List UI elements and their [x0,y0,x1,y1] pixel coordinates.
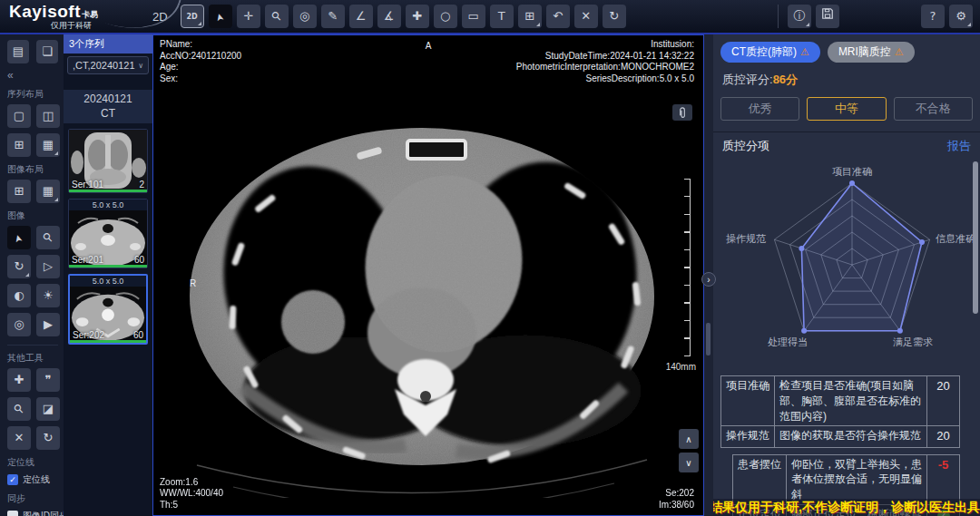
layout-1x2-button[interactable]: ◫ [36,104,60,128]
undo-button[interactable]: ↶ [546,5,570,28]
photometric-interpretation: PhotometricInterpretation:MONOCHROME2 [516,62,694,73]
app-window: Kayisoft卡易 仅用于科研 2D 2D ➤ ✛ ⚲ ◎ ✎ ∠ ∡ ✚ ○… [0,0,980,516]
series-thumbnail-201[interactable]: 5.0 x 5.0 Ser:20160 [68,199,148,268]
pan-tool-button[interactable]: ✛ [237,5,260,28]
divider-scrollbar-thumb[interactable] [706,323,710,355]
tab-mri-brain-qc[interactable]: MRI脑质控 ⚠ [828,42,915,63]
image-pointer-icon: ➤ [6,231,32,246]
layout-2d-button[interactable]: 2D [181,5,204,28]
layout-1x1-button[interactable]: ▢ [7,104,31,128]
spiral-button[interactable]: ◎ [7,313,31,336]
logo-subtitle: 仅用于科研 [51,20,152,32]
help-button[interactable]: ? [921,5,945,28]
series-thumbnail-101[interactable]: Ser:1012 [68,129,148,193]
left-sidebar: ▤ ❏ « 序列布局 ▢ ◫ ⊞ ▦ 图像布局 ⊞ ▦ 图像 ➤ ⚲ ↻ ▷ [0,34,64,516]
sync-image-id-checkbox[interactable]: ✓ 图像ID同步 [7,510,58,516]
scout-lines-button[interactable]: ▷ [36,255,60,278]
institution: Institusion: [516,39,694,51]
qc-item-name: 项目准确 [721,376,775,426]
zoom-level: Zoom:1.6 [160,477,223,489]
main-area: ▤ ❏ « 序列布局 ▢ ◫ ⊞ ▦ 图像布局 ⊞ ▦ 图像 ➤ ⚲ ↻ ▷ [0,34,980,516]
eraser-button[interactable]: ◪ [36,397,60,421]
remove-icon: ✕ [15,431,24,444]
tab-ct-lung-qc[interactable]: CT质控(肺部) ⚠ [720,42,820,63]
reset-button[interactable]: ↻ [603,5,626,28]
grade-fail-button[interactable]: 不合格 [894,97,973,121]
info-button[interactable]: ⓘ [788,5,811,28]
qc-subsection-header: 质控分项 报告 [713,131,980,154]
attachment-button[interactable] [672,104,692,121]
zoom-tool-button[interactable]: ⚲ [265,5,289,28]
pencil-tool-button[interactable]: ✎ [321,5,345,28]
cobb-angle-tool-button[interactable]: ∡ [377,5,401,28]
render-info-overlay: Zoom:1.6 WW/WL:400/40 Th:5 [160,477,223,511]
brightness-icon: ☀ [43,288,54,302]
image-magnifier-button[interactable]: ⚲ [36,226,60,249]
save-button[interactable] [816,5,839,28]
slice-thickness: Th:5 [160,500,223,511]
reset-tools-button[interactable]: ↻ [36,426,60,450]
expand-panel-button[interactable]: › [701,272,716,287]
text-tool-button[interactable]: T [490,5,514,28]
series-number: Ser:202 [73,330,104,340]
gear-icon: ⚙ [956,9,966,23]
image-viewport[interactable]: PName: AccNO:2401210200 Age: Sex: A R In… [152,34,704,516]
delete-annotation-button[interactable]: ✕ [574,5,598,28]
radar-label-proper-handling: 处理得当 [768,336,808,349]
window-level-button[interactable]: ⊞ [518,5,542,28]
qc-scrollbar-thumb[interactable] [973,161,978,314]
target-icon: ◎ [299,9,309,23]
scroll-up-button[interactable]: ∧ [679,429,699,449]
crosshair-tool-button[interactable]: ✚ [406,5,429,28]
add-crosshair-button[interactable]: ✚ [7,368,31,392]
save-disk-icon [821,7,834,20]
play-icon: ▶ [44,317,53,331]
radar-svg [720,156,980,372]
rectangle-tool-button[interactable]: ▭ [462,5,485,28]
image-pointer-button[interactable]: ➤ [7,226,31,249]
comment-button[interactable]: ❞ [36,368,60,392]
orientation-right: R [190,278,196,290]
radar-label-item-accuracy: 项目准确 [720,165,980,179]
grade-medium-button[interactable]: 中等 [807,97,886,121]
scroll-down-button[interactable]: ∨ [679,453,699,472]
pointer-tool-button[interactable]: ➤ [209,5,232,28]
collapse-sidebar-button[interactable]: « [7,69,58,82]
rotate-page-icon: ↻ [15,259,24,273]
layout-2x2-button[interactable]: ⊞ [7,133,31,157]
series-number: Ser:101 [72,180,103,190]
cobb-angle-icon: ∡ [384,9,395,23]
series-thumbnail-202[interactable]: 5.0 x 5.0 Ser:20260 [68,274,148,345]
chevron-down-icon: ∨ [138,62,143,70]
ellipse-tool-button[interactable]: ○ [434,5,457,28]
report-link[interactable]: 报告 [947,138,971,154]
angle-tool-button[interactable]: ∠ [349,5,373,28]
qc-score-value: 86分 [773,73,798,86]
image-layout-2x2-button[interactable]: ⊞ [7,180,31,203]
contrast-icon: ◐ [14,288,24,302]
image-rotate-button[interactable]: ↻ [7,255,31,278]
study-list-button[interactable]: ▤ [7,40,29,63]
tab-label: CT质控(肺部) [731,44,797,60]
radar-label-info-accuracy: 信息准确 [936,232,975,246]
invert-contrast-button[interactable]: ◐ [7,284,31,307]
brightness-button[interactable]: ☀ [36,284,60,307]
reset-icon: ↻ [609,9,619,23]
copy-report-button[interactable]: ❏ [36,40,58,63]
remove-button[interactable]: ✕ [7,426,31,450]
table-row: 患者摆位 仰卧位，双臂上举抱头，患者体位摆放合适，无明显偏斜 -5 [733,454,960,504]
ai-search-button[interactable]: ⚲ [7,397,31,421]
locator-line-checkbox[interactable]: ✓ 定位线 [7,473,58,486]
cine-play-button[interactable]: ▶ [36,313,60,336]
logo: Kayisoft卡易 仅用于科研 [0,0,152,33]
settings-button[interactable]: ⚙ [949,5,973,28]
study-dropdown-value: ,CT,20240121 [73,60,135,71]
qc-item-desc: 检查项目是否准确(项目如脑部、胸部、腹部是否在标准的范围内容) [775,376,927,426]
study-dropdown[interactable]: ,CT,20240121 ∨ [67,56,149,74]
layout-3x3-button[interactable]: ▦ [36,133,60,157]
target-tool-button[interactable]: ◎ [293,5,317,28]
grade-excellent-button[interactable]: 优秀 [720,97,799,121]
ct-axial-image [179,99,669,498]
other-tools-title: 其他工具 [7,352,58,365]
image-layout-3x3-button[interactable]: ▦ [36,180,60,203]
